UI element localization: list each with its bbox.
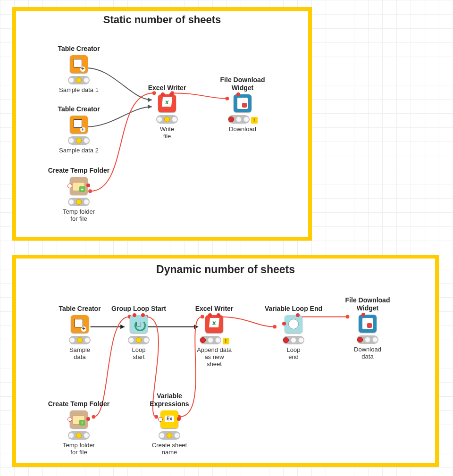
flow-out-port	[217, 313, 220, 317]
node-label: Table Creator	[48, 105, 109, 113]
flow-in-port	[282, 322, 286, 326]
flow-in-port	[67, 417, 72, 422]
variable-expressions-icon	[160, 410, 178, 428]
annotation-dynamic: Dynamic number of sheets Table Creator	[12, 255, 439, 467]
status-lights	[68, 198, 90, 206]
flow-in-port	[361, 313, 365, 317]
node-label: Variable Expressions	[139, 392, 200, 408]
node-variable-expressions[interactable]: Variable Expressions Create sheet name	[139, 392, 200, 456]
node-table-creator[interactable]: Table Creator Sample data	[49, 305, 110, 360]
node-label: Excel Writer	[184, 305, 245, 313]
excel-writer-icon	[158, 94, 176, 112]
flow-in-port	[208, 313, 212, 317]
flow-in-port	[161, 92, 165, 96]
node-caption: Create sheet name	[139, 442, 200, 456]
node-caption: Temp folder for file	[39, 208, 119, 222]
node-caption: Loop end	[260, 346, 327, 360]
flow-out-port	[86, 417, 90, 421]
status-row: !	[212, 115, 273, 125]
node-label: File Download Widget	[337, 296, 398, 312]
annotation-static: Static number of sheets Table Creator Sa…	[12, 7, 312, 241]
flow-out-port	[177, 417, 181, 421]
status-lights	[283, 336, 304, 344]
loop-start-icon	[130, 315, 148, 333]
flow-out-port	[141, 313, 145, 317]
node-caption: Download	[212, 125, 273, 133]
table-creator-icon	[70, 55, 88, 73]
file-download-icon	[359, 315, 377, 333]
status-lights	[68, 76, 90, 84]
node-label: Create Temp Folder	[39, 167, 119, 175]
node-caption: Sample data	[49, 346, 110, 360]
node-excel-writer-dyn[interactable]: Excel Writer ! Append data as new sheet	[184, 305, 245, 367]
status-lights	[156, 115, 178, 124]
flow-in-port	[67, 184, 72, 188]
node-file-download-widget-dyn[interactable]: File Download Widget Download data	[337, 296, 398, 360]
node-label: Group Loop Start	[108, 305, 169, 313]
node-label: File Download Widget	[212, 76, 273, 92]
node-excel-writer[interactable]: Excel Writer Write file	[136, 84, 198, 140]
status-lights	[69, 336, 91, 344]
status-lights	[159, 431, 180, 440]
node-create-temp-folder[interactable]: Create Temp Folder Temp folder for file	[39, 167, 119, 222]
flow-in-port	[158, 417, 163, 422]
node-caption: Sample data 2	[48, 147, 109, 154]
table-creator-icon	[70, 116, 88, 134]
node-table-creator-2[interactable]: Table Creator Sample data 2	[48, 105, 109, 154]
node-caption: Sample data 1	[48, 86, 109, 93]
flow-out-port	[296, 313, 300, 317]
status-lights	[128, 336, 150, 344]
flow-out-port	[86, 184, 90, 187]
flow-in-port	[133, 313, 136, 317]
node-caption: Write file	[136, 125, 198, 140]
status-lights	[68, 136, 90, 145]
folder-icon	[70, 410, 88, 428]
folder-icon	[70, 177, 88, 195]
excel-writer-icon	[205, 315, 223, 333]
node-table-creator-1[interactable]: Table Creator Sample data 1	[48, 45, 109, 93]
flow-out-port	[169, 92, 173, 96]
node-label: Excel Writer	[136, 84, 198, 92]
node-group-loop-start[interactable]: Group Loop Start Loop start	[108, 305, 169, 360]
node-caption: Append data as new sheet	[184, 346, 245, 367]
status-lights	[357, 335, 378, 344]
warning-badge: !	[251, 117, 258, 124]
node-variable-loop-end[interactable]: Variable Loop End Loop end	[260, 305, 327, 360]
node-label: Variable Loop End	[260, 305, 327, 313]
annotation-title: Static number of sheets	[16, 14, 308, 26]
annotation-title: Dynamic number of sheets	[16, 263, 435, 276]
status-lights	[68, 431, 90, 440]
loop-end-icon	[285, 315, 302, 333]
node-label: Table Creator	[49, 305, 110, 313]
warning-badge: !	[223, 338, 229, 344]
node-create-temp-folder-dyn[interactable]: Create Temp Folder Temp folder for file	[39, 400, 119, 456]
node-label: Table Creator	[48, 45, 109, 53]
node-file-download-widget[interactable]: File Download Widget ! Download	[212, 76, 273, 133]
table-creator-icon	[71, 315, 89, 333]
file-download-icon	[234, 94, 252, 112]
status-row: !	[184, 336, 245, 346]
node-caption: Download data	[337, 346, 398, 360]
node-caption: Loop start	[108, 346, 169, 360]
node-caption: Temp folder for file	[39, 442, 119, 456]
flow-in-port	[236, 92, 240, 96]
node-label: Create Temp Folder	[39, 400, 119, 408]
